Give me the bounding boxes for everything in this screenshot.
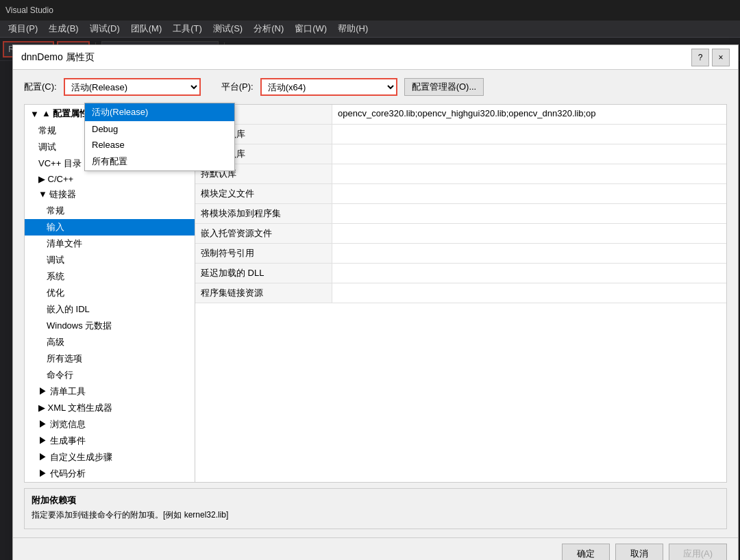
menu-test[interactable]: 测试(S) (208, 21, 248, 36)
tree-item-linker-input[interactable]: 输入 (25, 219, 195, 236)
description-title: 附加依赖项 (32, 494, 719, 507)
tree-item-custom-build[interactable]: ▶ 自定义生成步骤 (25, 449, 195, 466)
props-row-alldeflibs: 所有默认库 (195, 125, 726, 144)
dialog-title-bar: dnnDemo 属性页 ? × (13, 45, 738, 70)
props-row-embed: 嵌入托管资源文件 (195, 224, 726, 244)
tree-item-linker-manifest[interactable]: 清单文件 (25, 236, 195, 252)
menu-bar: 项目(P) 生成(B) 调试(D) 团队(M) 工具(T) 测试(S) 分析(N… (0, 21, 740, 38)
platform-select[interactable]: 活动(x64) (260, 78, 397, 96)
props-name-embed: 嵌入托管资源文件 (195, 224, 332, 243)
props-row-delaydll: 延迟加载的 DLL (195, 264, 726, 283)
props-value-ignoredeflibs[interactable] (332, 144, 726, 164)
tree-item-linker-embedded-idl[interactable]: 嵌入的 IDL (25, 301, 195, 318)
ok-button[interactable]: 确定 (562, 544, 610, 560)
dropdown-item-active-release[interactable]: 活动(Release) (85, 103, 234, 121)
tree-item-xml-docgen[interactable]: ▶ XML 文档生成器 (25, 400, 195, 416)
tree-item-build-events[interactable]: ▶ 生成事件 (25, 433, 195, 449)
menu-debug[interactable]: 调试(D) (84, 21, 125, 36)
config-section-label: ▲ 配置属性 (42, 107, 88, 120)
tree-item-code-analysis[interactable]: ▶ 代码分析 (25, 466, 195, 482)
properties-dialog: dnnDemo 属性页 ? × 配置(C): 活动(Release) Debug… (12, 44, 739, 560)
config-manager-button[interactable]: 配置管理器(O)... (404, 78, 484, 96)
props-name-delaydll: 延迟加载的 DLL (195, 264, 332, 283)
props-row-asmlink: 程序集链接资源 (195, 283, 726, 303)
props-value-embed[interactable] (332, 224, 726, 243)
app-title: Visual Studio (5, 5, 53, 15)
description-text: 指定要添加到链接命令行的附加项。[例如 kernel32.lib] (32, 509, 719, 521)
dropdown-item-debug[interactable]: Debug (85, 121, 234, 137)
props-value-addmod[interactable] (332, 204, 726, 223)
dialog-help-button[interactable]: ? (691, 49, 709, 66)
menu-project[interactable]: 项目(P) (3, 21, 43, 36)
dialog-overlay: dnnDemo 属性页 ? × 配置(C): 活动(Release) Debug… (0, 38, 740, 560)
title-bar: Visual Studio (0, 0, 740, 21)
tree-item-browse-info[interactable]: ▶ 浏览信息 (25, 416, 195, 433)
menu-build[interactable]: 生成(B) (43, 21, 84, 36)
tree-item-cpp[interactable]: ▶ C/C++ (25, 172, 195, 186)
props-value-deps[interactable]: opencv_core320.lib;opencv_highgui320.lib… (332, 105, 726, 124)
tree-item-linker-cmdline[interactable]: 命令行 (25, 367, 195, 383)
platform-label: 平台(P): (221, 81, 254, 93)
menu-tools[interactable]: 工具(T) (167, 21, 208, 36)
props-value-asmlink[interactable] (332, 283, 726, 303)
menu-help[interactable]: 帮助(H) (332, 21, 373, 36)
config-row: 配置(C): 活动(Release) Debug Release 所有配置 平台… (24, 78, 727, 96)
props-row-deps: 依赖项 opencv_core320.lib;opencv_highgui320… (195, 105, 726, 125)
tree-item-linker-all[interactable]: 所有选项 (25, 351, 195, 367)
tree-item-linker-debug[interactable]: 调试 (25, 252, 195, 268)
menu-analyze[interactable]: 分析(N) (248, 21, 289, 36)
props-row-addmod: 将模块添加到程序集 (195, 204, 726, 224)
dialog-controls: ? × (691, 49, 730, 66)
props-name-addmod: 将模块添加到程序集 (195, 204, 332, 223)
dialog-close-button[interactable]: × (712, 49, 730, 66)
tree-item-linker-system[interactable]: 系统 (25, 268, 195, 285)
tree-item-manifest-tool[interactable]: ▶ 清单工具 (25, 383, 195, 400)
tree-item-linker[interactable]: ▼ 链接器 (25, 186, 195, 203)
menu-window[interactable]: 窗口(W) (289, 21, 332, 36)
config-select[interactable]: 活动(Release) Debug Release 所有配置 (64, 78, 201, 96)
dropdown-item-all-configs[interactable]: 所有配置 (85, 153, 234, 170)
props-name-asmlink: 程序集链接资源 (195, 283, 332, 303)
props-value-forcesym[interactable] (332, 244, 726, 263)
config-label: 配置(C): (24, 81, 57, 93)
dialog-title: dnnDemo 属性页 (21, 51, 95, 64)
dropdown-item-release[interactable]: Release (85, 137, 234, 153)
apply-button[interactable]: 应用(A) (669, 544, 727, 560)
props-value-delaydll[interactable] (332, 264, 726, 283)
tree-item-linker-winmeta[interactable]: Windows 元数据 (25, 318, 195, 334)
props-row-holddeflibs: 持默认库 (195, 164, 726, 184)
cancel-button[interactable]: 取消 (615, 544, 663, 560)
props-value-moddef[interactable] (332, 184, 726, 203)
tree-item-linker-general[interactable]: 常规 (25, 203, 195, 219)
props-value-alldeflibs[interactable] (332, 125, 726, 144)
props-name-forcesym: 强制符号引用 (195, 244, 332, 263)
props-row-moddef: 模块定义文件 (195, 184, 726, 204)
props-row-ignoredeflibs: 忽略默认库 (195, 144, 726, 164)
props-row-forcesym: 强制符号引用 (195, 244, 726, 264)
tree-item-linker-optimize[interactable]: 优化 (25, 285, 195, 301)
menu-team[interactable]: 团队(M) (125, 21, 168, 36)
props-panel: 依赖项 opencv_core320.lib;opencv_highgui320… (195, 104, 727, 483)
description-area: 附加依赖项 指定要添加到链接命令行的附加项。[例如 kernel32.lib] (24, 488, 727, 529)
dialog-body: 配置(C): 活动(Release) Debug Release 所有配置 平台… (13, 70, 738, 537)
config-dropdown[interactable]: 活动(Release) Debug Release 所有配置 (84, 103, 235, 171)
dialog-footer: 确定 取消 应用(A) (13, 537, 738, 560)
config-expand-icon: ▼ (30, 109, 39, 119)
props-name-moddef: 模块定义文件 (195, 184, 332, 203)
props-value-holddeflibs[interactable] (332, 164, 726, 183)
tree-item-linker-advanced[interactable]: 高级 (25, 334, 195, 351)
